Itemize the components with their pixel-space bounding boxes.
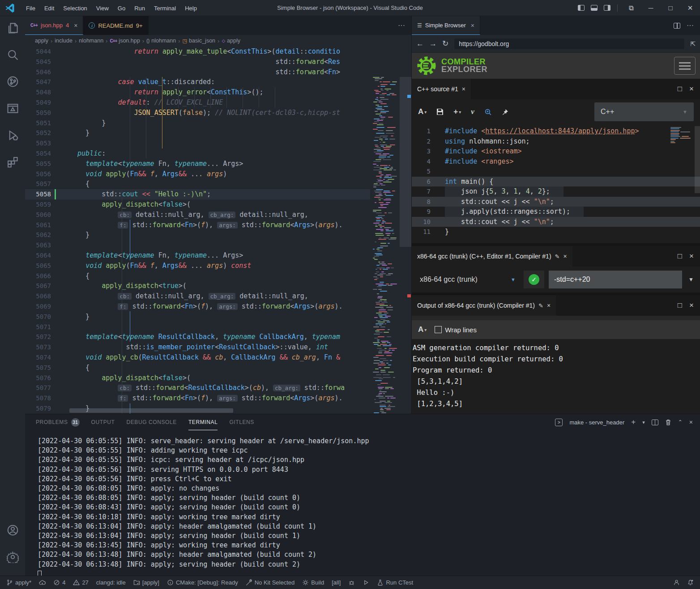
maximize-pane-icon[interactable]: □ [678,301,682,310]
status-item-cmake-debug-ready[interactable]: CMake: [Debug]: Ready [167,579,238,586]
url-input[interactable]: https://godbolt.org [454,38,685,50]
status-item-4[interactable]: 4 [53,579,65,586]
panel-tab-output[interactable]: OUTPUT [91,414,115,430]
language-select[interactable]: C++ ▼ [594,102,694,121]
close-icon[interactable]: × [563,253,567,260]
close-panel-icon[interactable]: × [689,419,693,426]
close-pane-icon[interactable]: × [689,252,694,261]
maximize-pane-icon[interactable]: □ [678,252,682,261]
godbolt-code-editor[interactable]: 1#include <https://localhost:8443/apply/… [412,124,700,243]
chevron-down-icon[interactable]: ▼ [687,276,696,283]
maximize-panel-icon[interactable]: ⌃ [678,419,683,425]
tab-readme-md[interactable]: iREADME.md9+ [83,16,148,35]
panel-tab-problems[interactable]: PROBLEMS31 [36,414,80,430]
close-icon[interactable]: × [462,85,465,93]
toggle-panel-icon[interactable] [591,5,598,11]
close-pane-icon[interactable]: × [689,85,694,93]
menu-help[interactable]: Help [180,5,201,12]
menu-go[interactable]: Go [113,5,130,12]
accounts-icon[interactable] [0,518,25,542]
status-item-belldot[interactable] [687,579,694,586]
maximize-pane-icon[interactable]: □ [678,85,682,93]
code-editor[interactable]: 5044 return apply_make_tuple<ConstThis>(… [25,47,411,414]
breadcrumb[interactable]: apply›include›nlohmann›C++json.hpp›{}nlo… [25,35,411,47]
menu-selection[interactable]: Selection [59,5,91,12]
status-item-bug[interactable] [348,579,355,586]
font-size-icon[interactable]: A▾ [418,107,427,116]
status-item-apply-[interactable]: apply* [6,579,31,586]
split-terminal-icon[interactable] [652,420,658,425]
close-tab-icon[interactable]: × [74,22,77,29]
edit-title-icon[interactable]: ✎ [555,253,560,260]
breadcrumb-item-apply[interactable]: apply [35,38,48,44]
tab-json-hpp[interactable]: C++json.hpp4× [25,16,83,35]
add-pane-icon[interactable]: +▾ [453,107,461,116]
panel-tab-gitlens[interactable]: GITLENS [229,414,254,430]
status-item--all-[interactable]: [all] [332,579,341,586]
menu-terminal[interactable]: Terminal [149,5,180,12]
editor-actions[interactable]: ··· [392,16,411,35]
maximize-button[interactable]: □ [661,0,680,16]
terminal-title[interactable]: make - serve_header [569,419,624,426]
reload-icon[interactable]: ↻ [442,39,448,48]
breadcrumb-item-apply[interactable]: ⬦apply [222,38,240,44]
scrollbar[interactable] [695,126,700,193]
terminal-output[interactable]: [2022-04-30 06:05:55] INFO: serve_header… [25,430,700,578]
zoom-icon[interactable] [484,108,492,116]
breadcrumb-item-nlohmann[interactable]: nlohmann [79,38,103,44]
tab-simple-browser[interactable]: ☰ Simple Browser × [412,16,480,35]
panel-tab-debug-console[interactable]: DEBUG CONSOLE [126,414,177,430]
minimize-button[interactable]: ─ [641,0,661,16]
horizontal-scrollbar[interactable] [69,408,233,413]
split-editor-icon[interactable] [674,23,680,29]
compiler-flags-input[interactable]: -std=c++20 [549,271,682,288]
save-icon[interactable] [436,108,444,115]
editor-actions[interactable]: ··· [667,16,700,35]
minimap[interactable] [371,77,399,414]
menu-edit[interactable]: Edit [40,5,59,12]
search-icon[interactable] [0,43,25,66]
terminal-dropdown-icon[interactable]: ▾ [642,420,645,425]
new-terminal-icon[interactable]: + [631,418,636,427]
pin-icon[interactable] [502,109,508,115]
status-item-27[interactable]: 27 [73,579,88,586]
panel-tab-terminal[interactable]: TERMINAL [188,414,218,430]
status-item--apply-[interactable]: [apply] [133,579,159,586]
back-icon[interactable]: ← [416,39,424,48]
source-tab[interactable]: C++ source #1 × [412,79,471,99]
compiler-tab[interactable]: x86-64 gcc (trunk) (C++, Editor #1, Comp… [412,246,572,267]
status-item-clangd-idle[interactable]: clangd: idle [96,579,126,586]
menu-file[interactable]: File [21,5,40,12]
breadcrumb-item-include[interactable]: include [55,38,73,44]
more-actions-icon[interactable]: ··· [687,21,694,30]
close-pane-icon[interactable]: × [689,301,694,310]
extensions-icon[interactable] [0,150,25,174]
run-debug-icon[interactable] [0,123,25,147]
vertical-scrollbar[interactable] [400,77,411,247]
menu-run[interactable]: Run [130,5,149,12]
breadcrumb-item-basic-json[interactable]: ◳basic_json [183,38,215,44]
breadcrumb-item-nlohmann[interactable]: {}nlohmann [146,38,176,44]
close-icon[interactable]: × [547,302,551,309]
status-item-no-kit-selected[interactable]: No Kit Selected [246,579,295,586]
kill-terminal-icon[interactable] [665,419,671,426]
wrap-lines-checkbox[interactable] [435,326,442,333]
font-size-icon[interactable]: A▾ [418,325,427,334]
explorer-icon[interactable] [0,16,25,39]
vim-mode-icon[interactable]: v [471,107,474,116]
toggle-sidebar-icon[interactable] [578,5,585,11]
status-item-play[interactable] [363,579,369,586]
open-external-icon[interactable]: ⇱ [690,40,696,47]
close-button[interactable]: ✕ [680,0,700,16]
source-control-icon[interactable] [0,70,25,93]
settings-icon[interactable] [0,545,25,568]
cmake-icon[interactable] [0,97,25,120]
hamburger-menu-icon[interactable] [674,57,696,75]
forward-icon[interactable]: → [429,39,437,48]
status-item-build[interactable]: Build [302,579,324,586]
output-tab[interactable]: Output of x86-64 gcc (trunk) (Compiler #… [412,295,556,316]
customize-layout-icon[interactable]: ⧉ [621,0,641,16]
edit-title-icon[interactable]: ✎ [538,302,543,309]
close-tab-icon[interactable]: × [471,22,474,29]
status-item-run-ctest[interactable]: Run CTest [377,579,413,586]
